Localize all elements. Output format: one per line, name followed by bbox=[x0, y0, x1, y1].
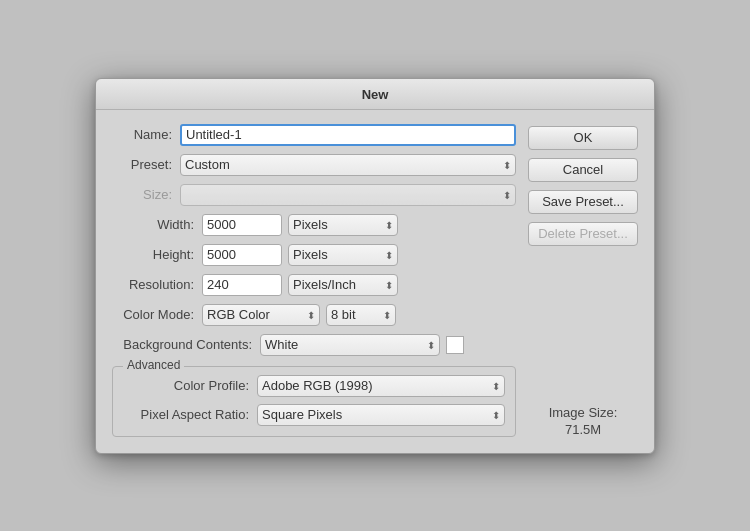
dialog-title: New bbox=[96, 79, 654, 110]
image-size-value: 71.5M bbox=[528, 422, 638, 437]
advanced-section: Advanced Color Profile: Adobe RGB (1998)… bbox=[112, 366, 516, 437]
color-profile-select-wrapper: Adobe RGB (1998) sRGB IEC61966-2.1 Don't… bbox=[257, 375, 505, 397]
image-size-info: Image Size: 71.5M bbox=[528, 397, 638, 437]
width-input[interactable] bbox=[202, 214, 282, 236]
width-unit-select[interactable]: Pixels Inches Centimeters Millimeters bbox=[288, 214, 398, 236]
save-preset-button[interactable]: Save Preset... bbox=[528, 190, 638, 214]
color-mode-selects: RGB Color Bitmap Grayscale CMYK Color La… bbox=[202, 304, 396, 326]
advanced-legend: Advanced bbox=[123, 358, 184, 372]
dialog-form: Name: Preset: Custom Default Photoshop S… bbox=[112, 124, 516, 437]
color-mode-row: Color Mode: RGB Color Bitmap Grayscale C… bbox=[112, 304, 516, 326]
ok-button[interactable]: OK bbox=[528, 126, 638, 150]
height-input[interactable] bbox=[202, 244, 282, 266]
size-select-wrapper bbox=[180, 184, 516, 206]
resolution-unit-wrapper: Pixels/Inch Pixels/Centimeter bbox=[288, 274, 398, 296]
height-unit-wrapper: Pixels Inches Centimeters Millimeters bbox=[288, 244, 398, 266]
bg-contents-row: Background Contents: White Background Co… bbox=[112, 334, 516, 356]
image-size-label: Image Size: bbox=[528, 405, 638, 420]
color-mode-select-wrapper: RGB Color Bitmap Grayscale CMYK Color La… bbox=[202, 304, 320, 326]
resolution-input[interactable] bbox=[202, 274, 282, 296]
color-profile-row: Color Profile: Adobe RGB (1998) sRGB IEC… bbox=[123, 375, 505, 397]
size-label: Size: bbox=[112, 187, 172, 202]
bit-depth-select[interactable]: 8 bit 16 bit 32 bit bbox=[326, 304, 396, 326]
width-row: Width: Pixels Inches Centimeters Millime… bbox=[112, 214, 516, 236]
bg-select-wrapper: White Background Color Transparent bbox=[260, 334, 440, 356]
preset-select-wrapper: Custom Default Photoshop Size U.S. Paper… bbox=[180, 154, 516, 176]
height-unit-select[interactable]: Pixels Inches Centimeters Millimeters bbox=[288, 244, 398, 266]
preset-label: Preset: bbox=[112, 157, 172, 172]
height-row: Height: Pixels Inches Centimeters Millim… bbox=[112, 244, 516, 266]
size-select[interactable] bbox=[180, 184, 516, 206]
resolution-unit-select[interactable]: Pixels/Inch Pixels/Centimeter bbox=[288, 274, 398, 296]
pixel-aspect-select-wrapper: Square Pixels D1/DV NTSC (0.91) D1/DV PA… bbox=[257, 404, 505, 426]
new-document-dialog: New Name: Preset: Custom Default Photosh… bbox=[95, 78, 655, 454]
color-profile-select[interactable]: Adobe RGB (1998) sRGB IEC61966-2.1 Don't… bbox=[257, 375, 505, 397]
name-label: Name: bbox=[112, 127, 172, 142]
bg-swatch bbox=[446, 336, 464, 354]
pixel-aspect-row: Pixel Aspect Ratio: Square Pixels D1/DV … bbox=[123, 404, 505, 426]
bg-contents-select[interactable]: White Background Color Transparent bbox=[260, 334, 440, 356]
color-mode-select[interactable]: RGB Color Bitmap Grayscale CMYK Color La… bbox=[202, 304, 320, 326]
cancel-button[interactable]: Cancel bbox=[528, 158, 638, 182]
name-input[interactable] bbox=[180, 124, 516, 146]
size-row: Size: bbox=[112, 184, 516, 206]
color-mode-label: Color Mode: bbox=[112, 307, 194, 322]
bg-contents-label: Background Contents: bbox=[112, 337, 252, 352]
width-unit-wrapper: Pixels Inches Centimeters Millimeters bbox=[288, 214, 398, 236]
bit-depth-select-wrapper: 8 bit 16 bit 32 bit bbox=[326, 304, 396, 326]
resolution-label: Resolution: bbox=[112, 277, 194, 292]
pixel-aspect-select[interactable]: Square Pixels D1/DV NTSC (0.91) D1/DV PA… bbox=[257, 404, 505, 426]
height-label: Height: bbox=[112, 247, 194, 262]
width-label: Width: bbox=[112, 217, 194, 232]
name-row: Name: bbox=[112, 124, 516, 146]
dialog-buttons: OK Cancel Save Preset... Delete Preset..… bbox=[528, 124, 638, 437]
delete-preset-button[interactable]: Delete Preset... bbox=[528, 222, 638, 246]
resolution-row: Resolution: Pixels/Inch Pixels/Centimete… bbox=[112, 274, 516, 296]
color-profile-label: Color Profile: bbox=[123, 378, 249, 393]
preset-row: Preset: Custom Default Photoshop Size U.… bbox=[112, 154, 516, 176]
pixel-aspect-label: Pixel Aspect Ratio: bbox=[123, 407, 249, 422]
preset-select[interactable]: Custom Default Photoshop Size U.S. Paper… bbox=[180, 154, 516, 176]
